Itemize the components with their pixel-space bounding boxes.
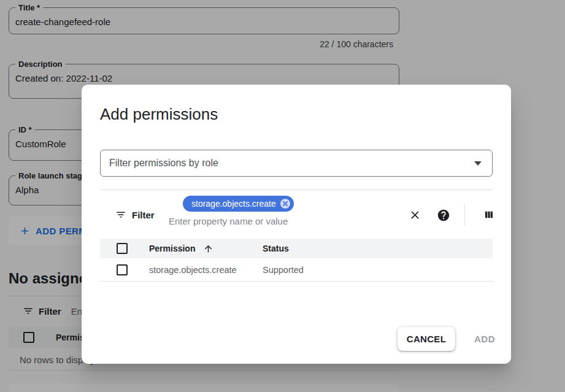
filter-label: Filter	[132, 210, 155, 220]
caret-down-icon	[474, 161, 482, 166]
permission-cell: storage.objects.create	[149, 265, 263, 275]
dialog-title: Add permissions	[100, 105, 218, 124]
help-icon[interactable]	[437, 209, 450, 222]
permissions-table: Permission Status storage.objects.create…	[100, 239, 493, 282]
role-dropdown-placeholder: Filter permissions by role	[109, 158, 474, 169]
table-row[interactable]: storage.objects.create Supported	[100, 258, 493, 282]
status-column-header[interactable]: Status	[263, 244, 289, 253]
filter-list-icon	[115, 209, 126, 220]
divider	[464, 204, 465, 226]
chip-remove-icon[interactable]	[280, 198, 291, 209]
row-checkbox[interactable]	[117, 264, 128, 275]
add-permissions-dialog: Add permissions Filter permissions by ro…	[82, 85, 511, 364]
filter-permissions-by-role-dropdown[interactable]: Filter permissions by role	[100, 150, 493, 177]
filter-input[interactable]	[169, 216, 340, 226]
permission-column-header[interactable]: Permission	[149, 244, 244, 254]
permissions-table-header: Permission Status	[100, 239, 493, 258]
permission-column-label: Permission	[149, 244, 195, 253]
status-cell: Supported	[263, 265, 304, 275]
sort-ascending-icon	[203, 244, 213, 254]
column-display-options-icon[interactable]	[483, 209, 494, 220]
select-all-checkbox[interactable]	[117, 243, 128, 254]
add-button[interactable]: ADD	[466, 327, 503, 351]
cancel-button[interactable]: CANCEL	[398, 327, 455, 351]
filter-chip[interactable]: storage.objects.create	[183, 196, 294, 212]
permissions-filter-bar: Filter storage.objects.create	[100, 190, 493, 239]
filter-label-group: Filter	[115, 209, 155, 220]
clear-filters-button[interactable]	[409, 209, 421, 221]
filter-chip-label: storage.objects.create	[191, 199, 276, 209]
